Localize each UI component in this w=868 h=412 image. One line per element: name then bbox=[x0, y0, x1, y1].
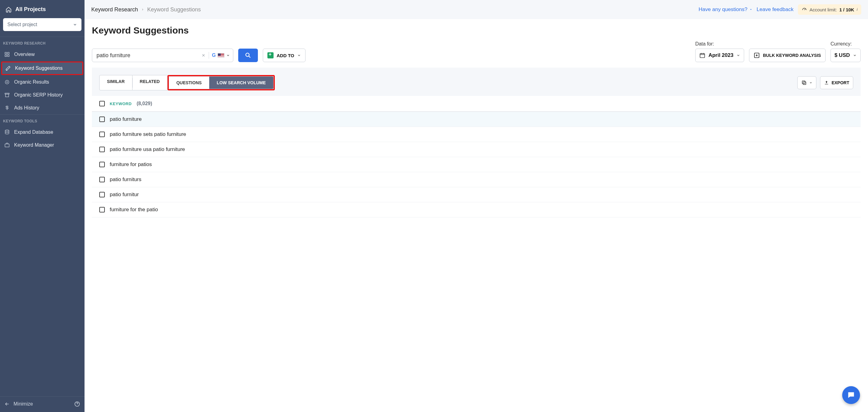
table-row[interactable]: patio furniture bbox=[92, 112, 861, 127]
section-label-research: KEYWORD RESEARCH bbox=[0, 37, 85, 48]
column-keyword-label[interactable]: KEYWORD bbox=[110, 101, 131, 106]
feedback-label: Leave feedback bbox=[757, 6, 794, 12]
nav-label: Overview bbox=[14, 52, 35, 57]
nav-item-keyword-manager[interactable]: Keyword Manager bbox=[0, 139, 85, 152]
copy-icon bbox=[801, 80, 807, 86]
table-row[interactable]: patio furniture usa patio furniture bbox=[92, 142, 861, 157]
keyword-cell: furniture for patios bbox=[110, 161, 152, 168]
grid-icon bbox=[4, 52, 10, 57]
account-limit-value: 1 / 10K bbox=[839, 7, 854, 12]
breadcrumb-current: Keyword Suggestions bbox=[147, 6, 201, 13]
tab-questions[interactable]: QUESTIONS bbox=[169, 76, 209, 89]
feedback-link[interactable]: Leave feedback bbox=[757, 6, 794, 12]
nav-item-organic-results[interactable]: Organic Results bbox=[0, 76, 85, 89]
svg-rect-7 bbox=[5, 94, 9, 97]
table-header: KEYWORD (8,029) bbox=[92, 96, 861, 112]
add-to-button[interactable]: ADD TO bbox=[263, 49, 306, 62]
clear-icon[interactable] bbox=[201, 53, 206, 58]
target-icon bbox=[4, 79, 10, 85]
table-row[interactable]: patio furniture sets patio furniture bbox=[92, 127, 861, 142]
nav-item-serp-history[interactable]: Organic SERP History bbox=[0, 89, 85, 101]
search-button[interactable] bbox=[238, 49, 258, 62]
nav-item-overview[interactable]: Overview bbox=[0, 48, 85, 61]
svg-point-8 bbox=[5, 130, 9, 131]
table-row[interactable]: patio furnitur bbox=[92, 187, 861, 202]
copy-dropdown-button[interactable] bbox=[797, 76, 816, 89]
info-superscript: i bbox=[857, 7, 858, 12]
minimize-button[interactable]: Minimize bbox=[4, 401, 33, 407]
nav-item-ads-history[interactable]: Ads History bbox=[0, 101, 85, 114]
svg-rect-12 bbox=[700, 54, 705, 58]
breadcrumb-root[interactable]: Keyword Research bbox=[91, 6, 138, 13]
section-label-tools: KEYWORD TOOLS bbox=[0, 114, 85, 126]
bulk-analysis-button[interactable]: BULK KEYWORD ANALYSIS bbox=[749, 49, 826, 62]
tabs: SIMILARRELATEDQUESTIONSLOW SEARCH VOLUME bbox=[99, 75, 275, 90]
currency-dropdown[interactable]: $ USD bbox=[831, 49, 861, 62]
briefcase-icon bbox=[4, 142, 10, 148]
keyword-cell: patio furniture bbox=[110, 116, 142, 122]
nav-label: Organic SERP History bbox=[14, 92, 63, 98]
sidebar: All Projects Select project KEYWORD RESE… bbox=[0, 0, 85, 412]
keyword-input-wrapper: G bbox=[92, 49, 233, 62]
row-checkbox[interactable] bbox=[99, 117, 105, 122]
help-icon[interactable] bbox=[74, 401, 80, 407]
account-limit-badge: Account limit: 1 / 10K i bbox=[798, 4, 861, 15]
table-row[interactable]: furniture for the patio bbox=[92, 202, 861, 217]
chat-fab[interactable] bbox=[842, 386, 860, 404]
tab-low-search-volume[interactable]: LOW SEARCH VOLUME bbox=[209, 76, 273, 89]
sheets-icon bbox=[268, 52, 274, 58]
svg-rect-2 bbox=[5, 55, 6, 57]
all-projects-link[interactable]: All Projects bbox=[0, 0, 85, 17]
data-for-dropdown[interactable]: April 2023 bbox=[695, 49, 744, 62]
bulk-label: BULK KEYWORD ANALYSIS bbox=[763, 53, 821, 58]
add-to-label: ADD TO bbox=[277, 53, 294, 58]
row-checkbox[interactable] bbox=[99, 147, 105, 152]
arrow-left-icon bbox=[4, 401, 10, 407]
search-engine-selector[interactable]: G bbox=[212, 53, 230, 58]
project-select-dropdown[interactable]: Select project bbox=[3, 18, 82, 31]
select-all-checkbox[interactable] bbox=[99, 101, 105, 107]
keyword-input[interactable] bbox=[96, 52, 198, 59]
nav-label: Expand Database bbox=[14, 129, 53, 135]
home-icon bbox=[5, 6, 12, 12]
topbar: Keyword Research Keyword Suggestions Hav… bbox=[85, 0, 868, 19]
row-checkbox[interactable] bbox=[99, 131, 105, 137]
data-for-value: April 2023 bbox=[709, 52, 733, 58]
tab-similar[interactable]: SIMILAR bbox=[99, 75, 132, 90]
row-checkbox[interactable] bbox=[99, 177, 105, 182]
table-row[interactable]: furniture for patios bbox=[92, 157, 861, 172]
row-checkbox[interactable] bbox=[99, 162, 105, 167]
chevron-right-icon bbox=[141, 8, 144, 11]
nav-label: Organic Results bbox=[14, 79, 49, 85]
breadcrumb: Keyword Research Keyword Suggestions bbox=[91, 6, 201, 13]
keyword-cell: patio furnitur bbox=[110, 192, 139, 198]
add-block-icon bbox=[754, 52, 760, 58]
dollar-icon bbox=[4, 105, 10, 111]
account-limit-label: Account limit: bbox=[810, 7, 837, 12]
export-label: EXPORT bbox=[831, 80, 849, 85]
calendar-icon bbox=[699, 52, 705, 58]
keyword-cell: patio furniturs bbox=[110, 176, 142, 183]
nav-item-expand-database[interactable]: Expand Database bbox=[0, 126, 85, 139]
currency-label: Currency: bbox=[831, 41, 861, 47]
tab-related[interactable]: RELATED bbox=[132, 75, 167, 90]
keyword-cell: patio furniture usa patio furniture bbox=[110, 146, 185, 152]
flag-us-icon bbox=[218, 53, 224, 58]
svg-rect-0 bbox=[5, 52, 6, 54]
export-button[interactable]: EXPORT bbox=[820, 76, 853, 89]
nav-item-keyword-suggestions[interactable]: Keyword Suggestions bbox=[1, 61, 83, 75]
currency-value: $ USD bbox=[835, 52, 850, 58]
questions-dropdown[interactable]: Have any questions? bbox=[699, 6, 752, 12]
upload-icon bbox=[824, 80, 829, 85]
row-checkbox[interactable] bbox=[99, 192, 105, 197]
chevron-down-icon bbox=[73, 23, 77, 27]
table-row[interactable]: patio furniturs bbox=[92, 172, 861, 187]
main-content: Keyword Research Keyword Suggestions Hav… bbox=[85, 0, 868, 412]
nav-label: Keyword Suggestions bbox=[15, 65, 63, 71]
google-icon: G bbox=[212, 53, 216, 58]
svg-rect-14 bbox=[803, 82, 806, 85]
tabs-highlight-box: QUESTIONSLOW SEARCH VOLUME bbox=[167, 75, 275, 90]
row-checkbox[interactable] bbox=[99, 207, 105, 212]
currency-group: Currency: $ USD bbox=[831, 41, 861, 62]
all-projects-label: All Projects bbox=[16, 6, 46, 12]
